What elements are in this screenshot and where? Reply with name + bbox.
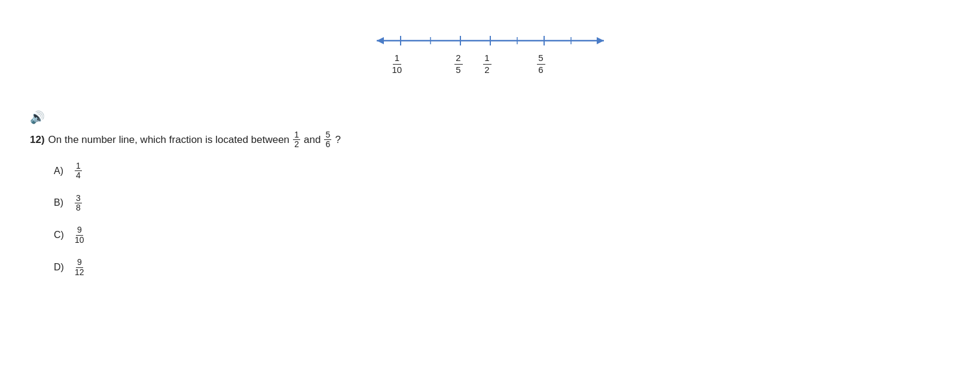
fraction2-numerator: 5 [324, 130, 331, 140]
question-text-before: On the number line, which fraction is lo… [48, 134, 290, 146]
answer-choices: A) 1 4 B) 3 8 C) 9 10 [30, 161, 962, 277]
fraction1-denominator: 2 [294, 140, 299, 149]
nl-label-2-5: 2 5 [454, 53, 463, 75]
audio-icon: 🔊 [30, 110, 45, 124]
choice-a-num: 1 [75, 161, 82, 171]
choice-d[interactable]: D) 9 12 [54, 258, 962, 277]
page-container: 1 10 2 5 1 2 [0, 0, 980, 289]
choice-a-den: 4 [76, 171, 81, 180]
choice-d-den: 12 [75, 268, 84, 277]
choice-c-den: 10 [75, 236, 84, 245]
svg-marker-2 [597, 37, 604, 44]
choice-b[interactable]: B) 3 8 [54, 194, 962, 213]
question-number: 12) [30, 134, 45, 146]
choice-d-label: D) [54, 262, 69, 273]
choice-c-num: 9 [76, 226, 83, 235]
number-line-svg [365, 30, 616, 51]
choice-c[interactable]: C) 9 10 [54, 226, 962, 245]
choice-a[interactable]: A) 1 4 [54, 161, 962, 181]
nl-label-1-10: 1 10 [392, 53, 402, 75]
choice-b-den: 8 [76, 203, 81, 212]
svg-marker-1 [377, 37, 384, 44]
fraction1-numerator: 1 [293, 130, 300, 140]
nl-label-5-6: 5 6 [537, 53, 545, 75]
question-text-after: ? [335, 134, 340, 146]
question-fraction2: 5 6 [324, 130, 331, 150]
choice-b-fraction: 3 8 [75, 194, 82, 213]
choice-d-num: 9 [76, 258, 83, 267]
choice-c-label: C) [54, 230, 69, 240]
choice-a-label: A) [54, 166, 69, 176]
number-line-wrapper: 1 10 2 5 1 2 [365, 30, 616, 74]
question-connector: and [304, 134, 320, 146]
choice-b-num: 3 [75, 194, 82, 203]
question-section: 🔊 12) On the number line, which fraction… [18, 110, 962, 277]
number-line-section: 1 10 2 5 1 2 [18, 12, 962, 98]
choice-d-fraction: 9 12 [75, 258, 84, 277]
question-text: 12) On the number line, which fraction i… [30, 130, 962, 150]
question-fraction1: 1 2 [293, 130, 300, 150]
fraction2-denominator: 6 [326, 140, 331, 149]
choice-a-fraction: 1 4 [75, 161, 82, 181]
choice-b-label: B) [54, 197, 69, 208]
choice-c-fraction: 9 10 [75, 226, 84, 245]
audio-button[interactable]: 🔊 [30, 110, 45, 124]
nl-label-1-2: 1 2 [483, 53, 491, 75]
